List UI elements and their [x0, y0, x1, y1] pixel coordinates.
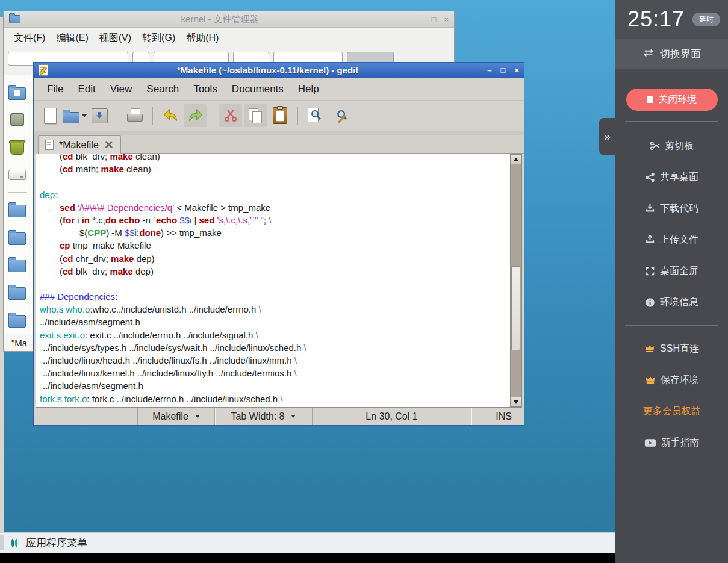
switch-interface-button[interactable]: 切换界面	[615, 39, 728, 69]
upload-icon	[645, 235, 655, 245]
toolbar-separator	[213, 107, 213, 125]
gedit-menu-edit[interactable]: Edit	[70, 79, 102, 99]
print-button[interactable]	[123, 104, 146, 127]
filesystem-icon	[8, 170, 26, 180]
chevron-down-icon[interactable]	[82, 114, 87, 117]
extend-time-button[interactable]: 延时	[692, 13, 720, 26]
folder-icon	[9, 15, 20, 23]
file-manager-menu-goto[interactable]: 转到(G)	[137, 29, 181, 48]
gedit-text-area[interactable]: (cd blk_drv; make clean)(cd math; make c…	[36, 154, 522, 408]
scroll-up-button[interactable]	[511, 154, 521, 164]
panel-item-label: 剪切板	[665, 140, 694, 152]
find-icon	[307, 108, 324, 123]
sidepane-item-filesystem[interactable]	[4, 161, 31, 188]
sidepane-item-folder[interactable]	[4, 251, 31, 279]
toolbar-separator	[117, 107, 117, 125]
file-manager-titlebar[interactable]: kernel - 文件管理器 – □ ×	[4, 11, 454, 28]
panel-item-member-benefits[interactable]: 更多会员权益	[615, 396, 728, 427]
gedit-menu-file[interactable]: File	[40, 79, 70, 99]
panel-item-clipboard[interactable]: 剪切板	[615, 130, 728, 161]
panel-item-beginner-guide[interactable]: 新手指南	[615, 427, 728, 458]
file-manager-menu-edit[interactable]: 编辑(E)	[51, 29, 93, 48]
copy-button[interactable]	[244, 104, 267, 127]
vertical-scrollbar[interactable]	[510, 154, 521, 407]
code-line: ### Dependencies:	[40, 290, 510, 303]
replace-icon	[332, 108, 349, 123]
maximize-button[interactable]: □	[501, 66, 506, 74]
new-document-button[interactable]	[39, 104, 61, 127]
code-line: exit.s exit.o: exit.c ../include/errno.h…	[40, 329, 510, 341]
tabstrip-empty-area	[121, 135, 524, 154]
code-editor-content[interactable]: (cd blk_drv; make clean)(cd math; make c…	[36, 154, 510, 407]
file-manager-menu-view[interactable]: 视图(V)	[94, 29, 137, 48]
file-manager-menu-help[interactable]: 帮助(H)	[181, 29, 224, 48]
panel-item-label: 更多会员权益	[643, 405, 701, 418]
panel-item-env-info[interactable]: 环境信息	[615, 287, 728, 318]
insert-mode-value: INS	[496, 411, 512, 422]
gedit-titlebar[interactable]: *Makefile (~/oslab/linux-0.11/kernel) - …	[34, 63, 524, 78]
file-manager-menu-file[interactable]: 文件(F)	[8, 29, 51, 48]
sidepane-item-folder[interactable]	[4, 223, 31, 251]
code-line: ../include/linux/head.h ../include/linux…	[40, 354, 510, 367]
panel-item-save-env[interactable]: 保存环境	[615, 364, 728, 396]
gedit-menu-tools[interactable]: Tools	[186, 79, 225, 99]
tab-width-value: Tab Width: 8	[231, 411, 285, 422]
gedit-window-controls: – □ ×	[487, 66, 519, 74]
undo-button[interactable]	[159, 104, 182, 127]
close-environment-button[interactable]: 关闭环境	[626, 89, 718, 111]
file-manager-sidepane	[4, 75, 31, 334]
code-line: (cd chr_drv; make dep)	[40, 252, 510, 265]
gedit-menu-documents[interactable]: Documents	[225, 79, 291, 99]
sidepane-item-folder[interactable]	[4, 278, 31, 306]
cut-button[interactable]	[219, 104, 242, 127]
gedit-menu-help[interactable]: Help	[291, 79, 326, 99]
close-button[interactable]: ×	[444, 16, 449, 23]
maximize-button[interactable]: □	[432, 16, 437, 23]
home-folder-icon	[8, 87, 26, 100]
panel-item-desktop-fullscreen[interactable]: 桌面全屏	[615, 255, 728, 287]
language-dropdown[interactable]: Makefile	[137, 408, 214, 425]
replace-button[interactable]	[329, 104, 352, 127]
code-line: who.s who.o:who.c../include/unistd.h ../…	[40, 303, 510, 316]
language-value: Makefile	[152, 411, 188, 422]
print-icon	[127, 108, 143, 123]
code-line	[40, 175, 510, 188]
close-button[interactable]: ×	[514, 66, 519, 74]
panel-item-label: 上传文件	[660, 234, 698, 246]
app-menu-button[interactable]: 应用程序菜单	[26, 536, 87, 550]
sidepane-item-trash[interactable]	[4, 134, 31, 161]
open-button[interactable]	[63, 104, 86, 127]
new-document-icon	[44, 108, 57, 124]
tab-makefile[interactable]: *Makefile ✕	[38, 135, 121, 154]
minimize-button[interactable]: –	[419, 16, 423, 23]
countdown-timer: 25:17	[627, 7, 685, 32]
panel-item-label: 环境信息	[660, 296, 698, 309]
gedit-menu-view[interactable]: View	[103, 79, 140, 99]
sidepane-item-desktop[interactable]	[4, 106, 31, 134]
file-manager-menubar: 文件(F)编辑(E)视图(V)转到(G)帮助(H)	[4, 28, 454, 48]
sidepane-item-home-folder[interactable]	[4, 78, 31, 106]
right-panel: 25:17 延时 切换界面 关闭环境 剪切板共享桌面下载代码上传文件桌面全屏环境…	[615, 0, 728, 563]
file-manager-title: kernel - 文件管理器	[20, 14, 419, 25]
tab-close-icon[interactable]: ✕	[104, 139, 114, 151]
minimize-button[interactable]: –	[487, 66, 491, 74]
redo-button[interactable]	[184, 104, 207, 127]
panel-item-download-code[interactable]: 下载代码	[615, 193, 728, 224]
panel-item-ssh-direct[interactable]: SSH直连	[615, 333, 728, 364]
resize-grip[interactable]	[515, 416, 523, 425]
chevron-down-icon	[195, 415, 200, 418]
sidepane-item-folder[interactable]	[4, 196, 31, 223]
paste-button[interactable]	[269, 104, 291, 127]
panel-item-share-desktop[interactable]: 共享桌面	[615, 161, 728, 193]
scrollbar-thumb[interactable]	[511, 266, 520, 350]
gedit-menu-search[interactable]: Search	[139, 79, 186, 99]
tab-width-dropdown[interactable]: Tab Width: 8	[214, 408, 312, 425]
sidepane-item-folder[interactable]	[4, 306, 31, 334]
panel-collapse-tab[interactable]: »	[599, 118, 615, 155]
panel-item-upload-file[interactable]: 上传文件	[615, 224, 728, 255]
document-icon	[45, 140, 54, 150]
find-button[interactable]	[304, 104, 327, 127]
code-line: ../include/linux/kernel.h ../include/lin…	[40, 367, 510, 379]
scroll-down-button[interactable]	[511, 397, 521, 407]
save-button[interactable]	[88, 104, 111, 127]
